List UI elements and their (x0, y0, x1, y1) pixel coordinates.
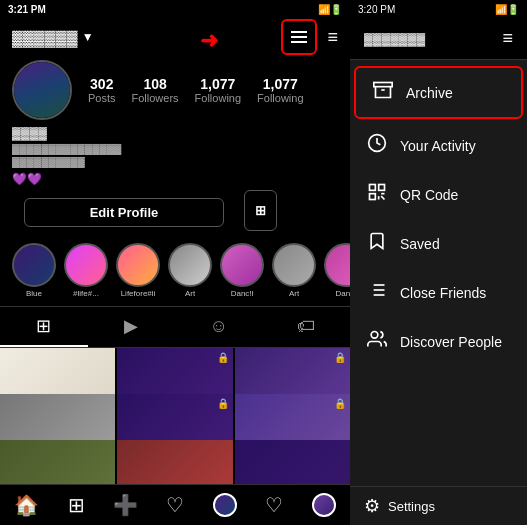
menu-spacer (350, 370, 527, 486)
status-bar-right: 3:20 PM 📶🔋 (350, 0, 527, 18)
story-label-3: Lifefore#li (121, 289, 156, 298)
right-options-icon[interactable]: ≡ (502, 28, 513, 49)
heart2-icon[interactable]: ♡ (265, 493, 283, 517)
archive-icon (372, 80, 394, 105)
story-circle-4 (168, 243, 212, 287)
story-item-3[interactable]: Lifefore#li (116, 243, 160, 298)
menu-item-discover[interactable]: Discover People (350, 317, 527, 366)
profile-section: 302 Posts 108 Followers 1,077 Following … (0, 56, 350, 190)
options-icon[interactable]: ≡ (327, 27, 338, 48)
tab-tagged[interactable]: ☺ (175, 307, 263, 347)
saved-tab-icon: 🏷 (297, 316, 315, 337)
following-stat: 1,077 Following (195, 76, 241, 104)
edit-profile-button[interactable]: Edit Profile (24, 198, 224, 227)
discover-icon (366, 329, 388, 354)
grid-item-9[interactable] (235, 440, 350, 484)
story-item-4[interactable]: Art (168, 243, 212, 298)
extra-button[interactable]: ⊞ (244, 190, 277, 231)
story-item-7[interactable]: Dandi (324, 243, 350, 298)
story-item-2[interactable]: #life#... (64, 243, 108, 298)
tab-bar: ⊞ ▶ ☺ 🏷 (0, 306, 350, 348)
grid-item-7[interactable] (0, 440, 115, 484)
right-bottom-nav: ⚙ Settings (350, 486, 527, 525)
stats-row: 302 Posts 108 Followers 1,077 Following … (88, 76, 338, 104)
profile-bio: ▓▓▓▓▓▓▓▓▓▓▓▓▓▓▓▓▓▓▓▓▓▓▓▓▓ (12, 142, 338, 168)
grid-icon: ⊞ (36, 315, 51, 337)
activity-icon (366, 133, 388, 158)
story-item-6[interactable]: Art (272, 243, 316, 298)
activity-label: Your Activity (400, 138, 476, 154)
qr-label: QR Code (400, 187, 458, 203)
battery-icon: 📶🔋 (318, 4, 342, 15)
settings-label[interactable]: Settings (388, 499, 435, 514)
following2-label: Following (257, 92, 303, 104)
bookmark-icon (366, 231, 388, 256)
discover-label: Discover People (400, 334, 502, 350)
avatar (12, 60, 72, 120)
top-nav: ▓▓▓▓▓▓ ▼ ≡ (0, 18, 350, 56)
story-circle-3 (116, 243, 160, 287)
story-item-1[interactable]: Blue (12, 243, 56, 298)
following2-count: 1,077 (263, 76, 298, 92)
archive-label: Archive (406, 85, 453, 101)
tab-saved[interactable]: 🏷 (263, 307, 351, 347)
heart-icon[interactable]: ♡ (166, 493, 184, 517)
stories-row: Blue #life#... Lifefore#li Art Danc!l Ar… (0, 235, 350, 306)
photo-grid: 🔒 🔒 🔒 🔒 (0, 348, 350, 484)
profile-avatar-bottom[interactable] (213, 493, 237, 517)
home-icon[interactable]: 🏠 (14, 493, 39, 517)
tagged-icon: ☺ (210, 316, 228, 337)
story-circle-1 (12, 243, 56, 287)
svg-rect-0 (374, 83, 392, 87)
story-label-1: Blue (26, 289, 42, 298)
story-circle-7 (324, 243, 350, 287)
menu-item-saved[interactable]: Saved (350, 219, 527, 268)
arrow-overlay: ➜ (200, 28, 218, 54)
svg-line-9 (381, 196, 384, 199)
close-friends-label: Close Friends (400, 285, 486, 301)
following-label: Following (195, 92, 241, 104)
svg-point-16 (371, 332, 378, 339)
status-icons-right: 📶🔋 (495, 4, 519, 15)
tab-grid[interactable]: ⊞ (0, 307, 88, 347)
svg-rect-5 (370, 194, 376, 200)
create-icon[interactable]: ➕ (113, 493, 138, 517)
menu-item-archive[interactable]: Archive (354, 66, 523, 119)
username-area: ▓▓▓▓▓▓ ▼ (12, 29, 94, 46)
menu-item-activity[interactable]: Your Activity (350, 121, 527, 170)
following2-stat: 1,077 Following (257, 76, 303, 104)
story-circle-2 (64, 243, 108, 287)
left-panel: 3:21 PM 📶🔋 ▓▓▓▓▓▓ ▼ ≡ ➜ (0, 0, 350, 525)
grid-item-8[interactable] (117, 440, 232, 484)
search-icon[interactable]: ⊞ (68, 493, 85, 517)
status-bar-left: 3:21 PM 📶🔋 (0, 0, 350, 18)
settings-icon[interactable]: ⚙ (364, 495, 380, 517)
svg-rect-4 (379, 185, 385, 191)
profile-name: ▓▓▓▓ (12, 126, 338, 140)
story-label-4: Art (185, 289, 195, 298)
profile-row: 302 Posts 108 Followers 1,077 Following … (12, 60, 338, 120)
red-arrow-icon: ➜ (200, 28, 218, 53)
posts-stat: 302 Posts (88, 76, 116, 104)
menu-item-qr[interactable]: QR Code (350, 170, 527, 219)
reels-icon: ▶ (124, 315, 138, 337)
right-username: ▓▓▓▓▓▓▓ (364, 32, 425, 46)
hamburger-button[interactable] (281, 19, 317, 55)
time-left: 3:21 PM (8, 4, 46, 15)
dropdown-icon[interactable]: ▼ (82, 30, 94, 44)
close-friends-icon (366, 280, 388, 305)
svg-rect-3 (370, 185, 376, 191)
story-item-5[interactable]: Danc!l (220, 243, 264, 298)
hamburger-icon (291, 31, 307, 43)
profile2-avatar-bottom[interactable] (312, 493, 336, 517)
menu-item-close-friends[interactable]: Close Friends (350, 268, 527, 317)
tab-reels[interactable]: ▶ (88, 307, 176, 347)
story-label-7: Dandi (336, 289, 350, 298)
following-count: 1,077 (200, 76, 235, 92)
username-display: ▓▓▓▓▓▓ (12, 29, 78, 46)
story-label-6: Art (289, 289, 299, 298)
saved-label: Saved (400, 236, 440, 252)
status-icons-left: 📶🔋 (318, 4, 342, 15)
story-circle-5 (220, 243, 264, 287)
story-label-2: #life#... (73, 289, 99, 298)
